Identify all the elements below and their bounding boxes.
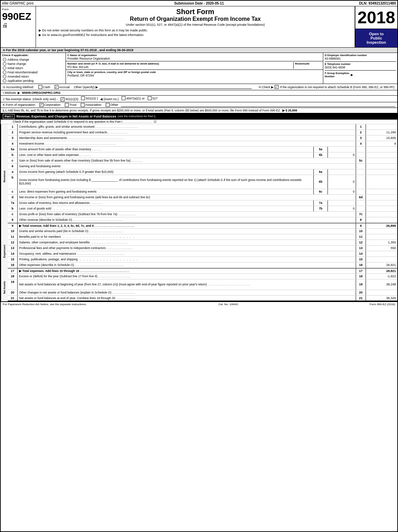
footer-right: Form 990-EZ (2018) bbox=[370, 303, 395, 306]
ein-value: 93-0886061 bbox=[325, 57, 396, 60]
cash-checkbox[interactable] bbox=[38, 85, 42, 89]
row-amount: 550 bbox=[366, 246, 397, 251]
check-sched-o-mark[interactable]: ☑ bbox=[154, 120, 157, 123]
c1-checkbox[interactable] bbox=[81, 96, 85, 100]
website-url[interactable]: WWW.OREGONPRO.ORG bbox=[22, 91, 61, 95]
corp-checkbox[interactable] bbox=[39, 103, 43, 107]
accrual-label: Accrual bbox=[59, 85, 70, 89]
initial-return-item[interactable]: Initial return bbox=[2, 66, 64, 70]
amended-return-item[interactable]: Amended return bbox=[2, 74, 64, 79]
row-desc: Contributions, gifts, grants, and simila… bbox=[18, 124, 356, 129]
expenses-section: Expenses 10 Grants and similar amounts p… bbox=[1, 229, 397, 274]
row-desc: ▶ Total revenue. Add lines 1, 2, 3, 4, 5… bbox=[18, 223, 356, 228]
revenue-label: Revenue bbox=[1, 124, 8, 229]
j-label: J Tax-exempt status bbox=[3, 97, 31, 101]
row-desc: Other revenue (describe in Schedule O) .… bbox=[18, 217, 356, 223]
other-org-checkbox[interactable] bbox=[106, 103, 110, 107]
row-desc: Less: cost or other basis and sales expe… bbox=[18, 152, 313, 158]
assoc-label: Association bbox=[85, 103, 102, 107]
org-name-value: Provider Resource Organization bbox=[67, 57, 322, 60]
part-i-label: Part I bbox=[3, 114, 14, 119]
printer-icon: 🖨 bbox=[2, 22, 34, 29]
application-pending-item[interactable]: Application pending bbox=[2, 79, 64, 83]
address-change-item[interactable]: Address change bbox=[2, 58, 64, 62]
table-row: 18 Excess or (deficit) for the year (Sub… bbox=[8, 274, 397, 279]
row-amount: 26,921 bbox=[366, 262, 397, 268]
form-label: Form bbox=[2, 8, 34, 11]
row-amount bbox=[366, 257, 397, 262]
row-linenum: 13 bbox=[356, 246, 366, 251]
row-linenum bbox=[356, 189, 366, 194]
table-row: 20 Other changes in net assets or fund b… bbox=[8, 290, 397, 296]
row-linenum: 11 bbox=[356, 234, 366, 240]
room-suite-label: Room/suite bbox=[295, 62, 322, 65]
table-row: b Less: cost or other basis and sales ex… bbox=[8, 152, 397, 158]
row-linenum: 17 bbox=[356, 268, 366, 273]
row-num: b bbox=[8, 206, 18, 211]
row-num: 14 bbox=[8, 251, 18, 256]
trust-label: Trust bbox=[69, 103, 76, 107]
row-num: 5a bbox=[8, 147, 18, 152]
row-linenum bbox=[356, 147, 366, 152]
open-to-public-badge: Open to Public Inspection bbox=[355, 29, 397, 47]
trust-checkbox[interactable] bbox=[65, 103, 69, 107]
row-amount: 28,821 bbox=[366, 268, 397, 273]
assoc-checkbox[interactable] bbox=[81, 103, 85, 107]
address-change-label: Address change bbox=[7, 58, 29, 61]
row-desc: Less: cost of goods sold . . . . . . . .… bbox=[18, 206, 313, 211]
row-amount bbox=[366, 152, 397, 158]
row-desc: Program service revenue including govern… bbox=[18, 130, 356, 135]
net-assets-section: Net Assets 18 Excess or (deficit) for th… bbox=[1, 274, 397, 301]
street-value: PO Box 301145 bbox=[67, 65, 292, 69]
row-num: c bbox=[8, 158, 18, 163]
row-linenum: 7c bbox=[356, 212, 366, 217]
row-ref-val: 0 bbox=[327, 189, 356, 194]
l-line: L L Add lines 5b, 6c, and 7b to line 9 t… bbox=[1, 108, 397, 113]
k-label: K Form of organization: bbox=[3, 103, 36, 107]
row-desc: Benefits paid to or for members . . . . … bbox=[18, 234, 356, 240]
row-num: 13 bbox=[8, 246, 18, 251]
efile-label: efile GRAPHIC print bbox=[2, 1, 100, 5]
row-ref-val bbox=[327, 147, 356, 152]
row-ref: 7b bbox=[313, 206, 327, 211]
table-row: b Less: cost of goods sold . . . . . . .… bbox=[8, 206, 397, 212]
table-row: 7a Gross sales of inventory, less return… bbox=[8, 200, 397, 206]
row-linenum: 9 bbox=[356, 223, 366, 228]
c3-checkbox[interactable] bbox=[61, 97, 65, 101]
row-linenum: 15 bbox=[356, 257, 366, 262]
row-amount bbox=[366, 229, 397, 234]
h-checkbox[interactable] bbox=[275, 85, 278, 89]
row-amount bbox=[366, 124, 397, 129]
final-return-item[interactable]: Final return/terminated bbox=[2, 70, 64, 74]
527-checkbox[interactable] bbox=[148, 96, 152, 100]
row-desc: Gross income from fundraising events (no… bbox=[18, 175, 313, 189]
4947-checkbox[interactable] bbox=[122, 96, 125, 100]
short-form-title: Short Form bbox=[39, 8, 352, 16]
row-amount bbox=[366, 189, 397, 194]
row-ref: 5b bbox=[313, 152, 327, 158]
row-linenum: 14 bbox=[356, 251, 366, 256]
table-row: 14 Occupancy, rent, utilities, and maint… bbox=[8, 251, 397, 257]
accrual-checkbox[interactable] bbox=[55, 85, 59, 89]
table-row: 6 Gaming and fundraising events bbox=[8, 164, 397, 169]
table-row: a Gross income from gaming (attach Sched… bbox=[8, 169, 397, 175]
street-label: Number and street (or P. O. box, if mail… bbox=[67, 62, 292, 65]
row-num: 3 bbox=[8, 135, 18, 141]
row-amount bbox=[366, 164, 397, 169]
table-row: 13 Professional fees and other payments … bbox=[8, 246, 397, 251]
row-amount bbox=[366, 147, 397, 152]
i-label: I Website: ▶ bbox=[3, 91, 20, 95]
row-linenum: 6d bbox=[356, 195, 366, 200]
ein-label: D Employer identification number bbox=[325, 54, 396, 57]
row-amount bbox=[366, 217, 397, 223]
row-amount: 15,605 bbox=[366, 135, 397, 141]
row-num: 1 bbox=[8, 124, 18, 129]
table-row: 8 Other revenue (describe in Schedule O)… bbox=[8, 217, 397, 223]
name-change-item[interactable]: Name change bbox=[2, 62, 64, 66]
row-linenum: 5c bbox=[356, 158, 366, 163]
row-desc: Gaming and fundraising events bbox=[18, 164, 356, 169]
city-label: City or town, state or province, country… bbox=[67, 71, 322, 74]
row-amount: 36,326 bbox=[366, 296, 397, 301]
name-change-label: Name change bbox=[7, 62, 26, 66]
subtitle: Under section 501(c), 527, or 4947(a)(1)… bbox=[39, 23, 352, 26]
